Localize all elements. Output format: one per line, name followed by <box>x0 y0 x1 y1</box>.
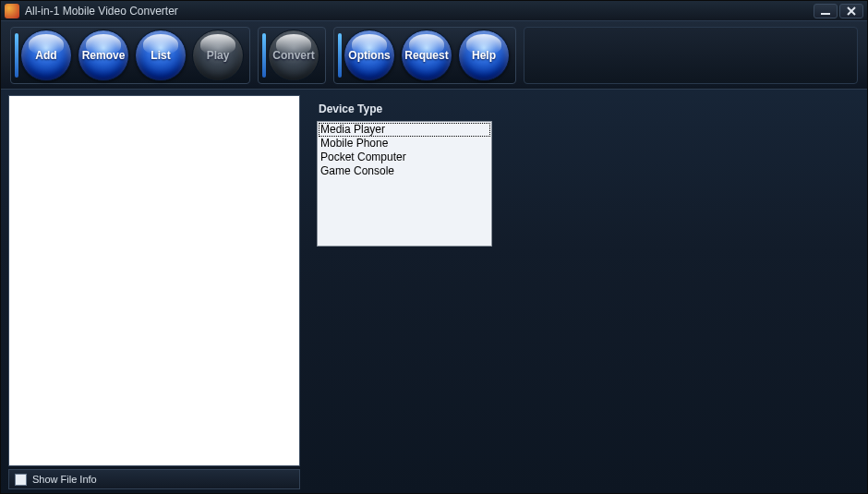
help-button-label: Help <box>472 49 496 62</box>
show-file-info-row: Show File Info <box>8 469 300 489</box>
request-button-label: Request <box>404 49 448 62</box>
app-icon <box>5 4 19 18</box>
convert-button-label: Convert <box>272 49 314 62</box>
add-button[interactable]: Add <box>20 30 72 81</box>
svg-rect-0 <box>821 13 830 15</box>
toolbar: AddRemoveListPlay Convert OptionsRequest… <box>1 21 867 90</box>
left-column: Show File Info <box>8 95 300 489</box>
list-button-label: List <box>151 49 170 62</box>
device-type-listbox[interactable]: Media PlayerMobile PhonePocket ComputerG… <box>317 121 492 247</box>
device-type-item[interactable]: Media Player <box>319 123 490 137</box>
list-button[interactable]: List <box>135 30 187 81</box>
toolbar-spacer <box>524 27 858 84</box>
remove-button[interactable]: Remove <box>78 30 129 81</box>
show-file-info-checkbox[interactable] <box>15 474 27 486</box>
device-type-item[interactable]: Mobile Phone <box>319 137 490 151</box>
remove-button-label: Remove <box>82 49 126 62</box>
request-button[interactable]: Request <box>401 30 452 81</box>
play-button: Play <box>192 30 244 81</box>
toolbar-group-file: AddRemoveListPlay <box>10 27 250 84</box>
device-type-label: Device Type <box>319 102 856 115</box>
window-controls <box>814 4 863 18</box>
device-type-item[interactable]: Pocket Computer <box>319 151 490 164</box>
minimize-button[interactable] <box>814 4 838 18</box>
app-window: All-in-1 Mobile Video Converter AddRemov… <box>0 0 868 494</box>
options-button[interactable]: Options <box>344 30 395 81</box>
device-type-item[interactable]: Game Console <box>319 164 490 178</box>
options-button-label: Options <box>348 49 390 62</box>
close-button[interactable] <box>839 4 863 18</box>
minimize-icon <box>820 6 831 16</box>
convert-button: Convert <box>268 30 319 81</box>
right-column: Device Type Media PlayerMobile PhonePock… <box>307 95 860 489</box>
add-button-label: Add <box>35 49 56 62</box>
toolbar-group-convert: Convert <box>258 27 326 84</box>
help-button[interactable]: Help <box>458 30 510 81</box>
titlebar: All-in-1 Mobile Video Converter <box>1 1 867 21</box>
play-button-label: Play <box>207 49 230 62</box>
file-list[interactable] <box>8 95 300 466</box>
toolbar-group-misc: OptionsRequestHelp <box>333 27 516 84</box>
close-icon <box>846 6 857 16</box>
content-area: Show File Info Device Type Media PlayerM… <box>1 90 867 493</box>
show-file-info-label: Show File Info <box>32 474 97 485</box>
window-title: All-in-1 Mobile Video Converter <box>25 5 814 18</box>
